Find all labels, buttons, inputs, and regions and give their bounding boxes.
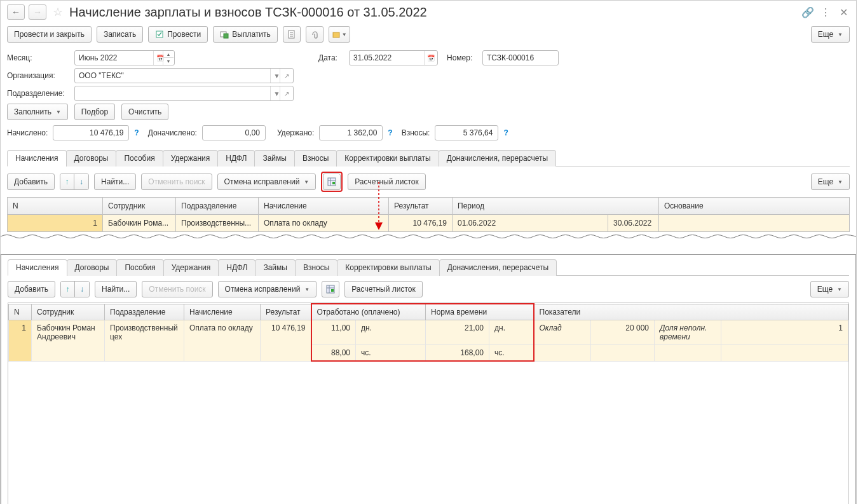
col-norm[interactable]: Норма времени bbox=[426, 304, 534, 320]
tab-benefits[interactable]: Пособия bbox=[116, 150, 163, 167]
tab-ndfl[interactable]: НДФЛ bbox=[217, 150, 255, 167]
col-period[interactable]: Период bbox=[453, 198, 659, 215]
post-close-button[interactable]: Провести и закрыть bbox=[7, 26, 92, 43]
related-icon-button[interactable]: ▼ bbox=[329, 26, 350, 43]
kebab-menu-icon[interactable]: ⋮ bbox=[819, 6, 832, 18]
cancel-search-button[interactable]: Отменить поиск bbox=[142, 281, 212, 297]
pay-button[interactable]: Выплатить bbox=[213, 26, 278, 43]
contrib-label: Взносы: bbox=[402, 128, 430, 137]
contrib-value[interactable]: 5 376,64 bbox=[435, 125, 498, 140]
cancel-fix-button[interactable]: Отмена исправлений▼ bbox=[218, 281, 317, 297]
tab-corrections[interactable]: Корректировки выплаты bbox=[336, 150, 439, 167]
expand-columns-button[interactable] bbox=[322, 281, 339, 297]
help-icon[interactable]: ? bbox=[503, 128, 508, 137]
grid-scroll-area[interactable] bbox=[8, 362, 849, 504]
extra-value[interactable]: 0,00 bbox=[202, 125, 266, 140]
tab-ndfl[interactable]: НДФЛ bbox=[218, 259, 255, 276]
fill-button[interactable]: Заполнить▼ bbox=[7, 104, 68, 120]
month-input[interactable]: Июнь 2022 📅 ▲▼ bbox=[74, 50, 175, 65]
close-icon[interactable]: ✕ bbox=[837, 6, 850, 18]
tab-contracts[interactable]: Договоры bbox=[66, 150, 117, 167]
report-icon-button[interactable] bbox=[283, 26, 301, 43]
col-dept[interactable]: Подразделение bbox=[105, 304, 184, 320]
more-button[interactable]: Еще▼ bbox=[811, 26, 850, 43]
date-label: Дата: bbox=[318, 51, 344, 65]
col-res[interactable]: Результат bbox=[389, 198, 453, 215]
move-down-button[interactable]: ↓ bbox=[74, 174, 88, 189]
col-worked[interactable]: Отработано (оплачено) bbox=[311, 304, 426, 320]
open-icon[interactable]: ↗ bbox=[280, 86, 292, 100]
post-button[interactable]: Провести bbox=[148, 26, 208, 43]
link-icon[interactable]: 🔗 bbox=[801, 6, 814, 18]
tab-accruals[interactable]: Начисления bbox=[8, 259, 67, 276]
post-icon bbox=[155, 30, 164, 39]
payslip-button[interactable]: Расчетный листок bbox=[348, 174, 425, 190]
date-input[interactable]: 31.05.2022 📅 bbox=[349, 50, 438, 65]
find-button[interactable]: Найти... bbox=[94, 174, 136, 190]
write-button[interactable]: Записать bbox=[97, 26, 143, 43]
cancel-search-button[interactable]: Отменить поиск bbox=[141, 174, 212, 190]
expand-columns-button[interactable] bbox=[321, 172, 343, 192]
tab-contributions[interactable]: Взносы bbox=[294, 150, 337, 167]
find-button[interactable]: Найти... bbox=[95, 281, 137, 297]
payslip-button[interactable]: Расчетный листок bbox=[344, 281, 422, 297]
help-icon[interactable]: ? bbox=[134, 128, 139, 137]
month-stepper[interactable]: ▲▼ bbox=[163, 51, 174, 65]
tabs: Начисления Договоры Пособия Удержания НД… bbox=[7, 149, 850, 167]
tab-loans[interactable]: Займы bbox=[255, 259, 296, 276]
tab-withholdings[interactable]: Удержания bbox=[163, 150, 219, 167]
nav-back-button[interactable]: ← bbox=[7, 4, 25, 20]
tab-loans[interactable]: Займы bbox=[254, 150, 295, 167]
extra-label: Доначислено: bbox=[148, 128, 197, 137]
move-up-button[interactable]: ↑ bbox=[61, 282, 75, 297]
table-row[interactable]: 1 Бабочкин Роман Андреевич Производствен… bbox=[9, 320, 848, 345]
col-accr[interactable]: Начисление bbox=[184, 304, 261, 320]
attach-icon-button[interactable] bbox=[306, 26, 323, 43]
accrued-value[interactable]: 10 476,19 bbox=[53, 125, 129, 140]
table-expand-icon bbox=[326, 285, 335, 294]
col-n[interactable]: N bbox=[8, 198, 103, 215]
withheld-value[interactable]: 1 362,00 bbox=[319, 125, 383, 140]
tab-withholdings[interactable]: Удержания bbox=[163, 259, 219, 276]
withheld-label: Удержано: bbox=[277, 128, 314, 137]
col-emp[interactable]: Сотрудник bbox=[103, 198, 176, 215]
help-icon[interactable]: ? bbox=[388, 128, 392, 137]
svg-rect-2 bbox=[224, 34, 228, 38]
torn-divider-icon bbox=[1, 232, 856, 241]
calendar-icon[interactable]: 📅 bbox=[424, 51, 437, 65]
col-dept[interactable]: Подразделение bbox=[176, 198, 259, 215]
move-down-button[interactable]: ↓ bbox=[75, 282, 89, 297]
col-ind[interactable]: Показатели bbox=[534, 304, 848, 320]
move-up-button[interactable]: ↑ bbox=[60, 174, 74, 189]
tab-benefits[interactable]: Пособия bbox=[116, 259, 163, 276]
number-input[interactable]: ТСЗК-000016 bbox=[482, 50, 559, 65]
tab-contributions[interactable]: Взносы bbox=[295, 259, 337, 276]
more-tab-button[interactable]: Еще▼ bbox=[810, 281, 849, 297]
table-row[interactable]: 1 Бабочкин Рома... Производственны... Оп… bbox=[8, 215, 850, 232]
cancel-fix-button[interactable]: Отмена исправлений▼ bbox=[217, 174, 317, 190]
add-button[interactable]: Добавить bbox=[7, 174, 55, 190]
clear-button[interactable]: Очистить bbox=[121, 104, 168, 120]
col-accr[interactable]: Начисление bbox=[259, 198, 389, 215]
accruals-grid-expanded: N Сотрудник Подразделение Начисление Рез… bbox=[8, 303, 848, 362]
tab-accruals[interactable]: Начисления bbox=[7, 150, 67, 167]
tab-corrections[interactable]: Корректировки выплаты bbox=[337, 259, 439, 276]
more-tab-button[interactable]: Еще▼ bbox=[811, 174, 850, 190]
tab-contracts[interactable]: Договоры bbox=[67, 259, 118, 276]
org-label: Организация: bbox=[7, 69, 69, 83]
tab-recalc[interactable]: Доначисления, перерасчеты bbox=[439, 150, 556, 167]
add-button[interactable]: Добавить bbox=[8, 281, 55, 297]
col-basis[interactable]: Основание bbox=[659, 198, 850, 215]
dept-input[interactable]: ▼ ↗ bbox=[74, 86, 294, 101]
favorite-star-icon[interactable]: ☆ bbox=[53, 5, 63, 19]
nav-forward-button[interactable]: → bbox=[29, 4, 46, 20]
folder-icon bbox=[332, 30, 341, 39]
col-n[interactable]: N bbox=[9, 304, 32, 320]
select-button[interactable]: Подбор bbox=[74, 104, 115, 120]
col-res[interactable]: Результат bbox=[261, 304, 311, 320]
table-expand-icon bbox=[327, 177, 336, 186]
col-emp[interactable]: Сотрудник bbox=[32, 304, 105, 320]
org-input[interactable]: ООО "ТЕКС" ▼ ↗ bbox=[74, 68, 294, 83]
tab-recalc[interactable]: Доначисления, перерасчеты bbox=[439, 259, 557, 276]
open-icon[interactable]: ↗ bbox=[280, 69, 292, 83]
